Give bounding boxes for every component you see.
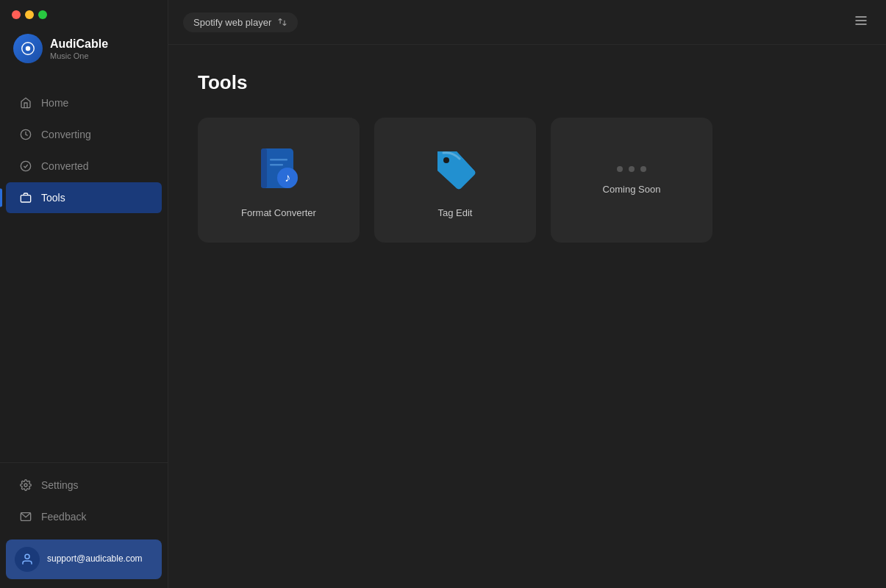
tools-icon	[19, 191, 32, 204]
sidebar-item-settings[interactable]: Settings	[6, 470, 162, 501]
app-logo	[13, 34, 43, 63]
sidebar-item-settings-label: Settings	[41, 479, 79, 491]
coming-soon-dots	[617, 166, 646, 172]
svg-rect-13	[270, 159, 287, 161]
format-converter-label: Format Converter	[241, 207, 316, 218]
page-title: Tools	[198, 71, 857, 94]
app-name: AudiCable	[50, 37, 108, 51]
feedback-icon	[19, 510, 32, 523]
sidebar-item-feedback-label: Feedback	[41, 511, 86, 523]
user-email: support@audicable.com	[47, 553, 143, 565]
home-icon	[19, 96, 32, 110]
dot-2	[629, 166, 635, 172]
tool-format-converter[interactable]: ♪ Format Converter	[198, 118, 360, 243]
topbar: Spotify web player	[168, 0, 886, 45]
page-content: Tools ♪	[168, 45, 886, 588]
converting-icon	[19, 128, 32, 141]
sidebar-item-converted[interactable]: Converted	[6, 151, 162, 182]
sidebar-item-converted-label: Converted	[41, 160, 89, 172]
coming-soon-label: Coming Soon	[603, 184, 661, 195]
svg-point-1	[26, 46, 30, 51]
sidebar-item-converting-label: Converting	[41, 129, 91, 140]
bottom-nav: Settings Feedback support@audicable.com	[0, 462, 168, 588]
svg-rect-12	[261, 148, 267, 188]
traffic-lights	[0, 0, 168, 19]
sidebar-item-feedback[interactable]: Feedback	[6, 501, 162, 532]
main-content: Spotify web player Tools	[168, 0, 886, 588]
dot-1	[617, 166, 623, 172]
tool-tag-edit[interactable]: Tag Edit	[374, 118, 536, 243]
swap-icon	[277, 17, 287, 27]
sidebar-item-tools[interactable]: Tools	[6, 182, 162, 213]
svg-point-17	[443, 157, 449, 163]
tools-grid: ♪ Format Converter	[198, 118, 712, 243]
converted-icon	[19, 159, 32, 173]
format-converter-icon: ♪	[252, 143, 305, 196]
minimize-button[interactable]	[25, 10, 34, 19]
sidebar-item-tools-label: Tools	[41, 192, 65, 204]
app-header: AudiCable Music One	[0, 19, 168, 81]
svg-point-5	[24, 484, 27, 487]
tag-edit-icon	[429, 143, 482, 196]
sidebar-item-home[interactable]: Home	[6, 87, 162, 118]
user-avatar	[15, 547, 40, 572]
svg-rect-4	[21, 196, 30, 202]
user-card[interactable]: support@audicable.com	[6, 539, 162, 579]
svg-point-3	[21, 161, 30, 171]
settings-icon	[19, 478, 32, 492]
source-selector[interactable]: Spotify web player	[183, 12, 298, 32]
nav-section: Home Converting Converted	[0, 81, 168, 462]
dot-3	[640, 166, 646, 172]
svg-rect-14	[270, 164, 283, 166]
tool-coming-soon: Coming Soon	[551, 118, 712, 243]
source-label: Spotify web player	[193, 17, 271, 28]
app-title: AudiCable Music One	[50, 37, 108, 60]
tag-edit-label: Tag Edit	[438, 207, 473, 218]
close-button[interactable]	[12, 10, 21, 19]
app-subtitle: Music One	[50, 51, 108, 60]
sidebar-item-home-label: Home	[41, 97, 68, 109]
maximize-button[interactable]	[38, 10, 47, 19]
menu-icon[interactable]	[851, 10, 871, 34]
svg-text:♪: ♪	[285, 171, 290, 184]
svg-point-7	[25, 554, 29, 559]
sidebar-item-converting[interactable]: Converting	[6, 119, 162, 150]
